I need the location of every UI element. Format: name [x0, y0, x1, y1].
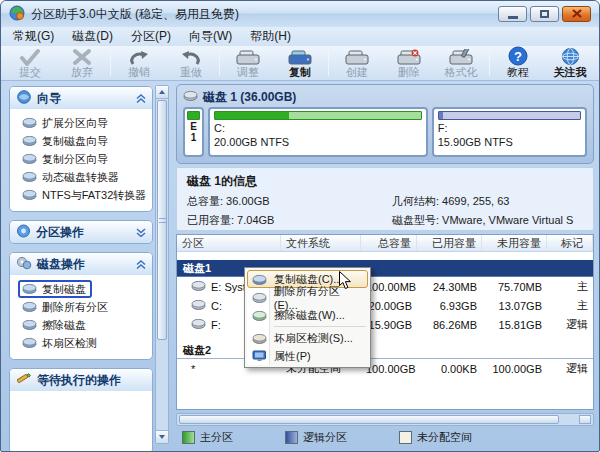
app-window: 分区助手3.0中文版 (稳定、易用且免费) 常规(G)磁盘(D)分区(P)向导(…: [0, 0, 600, 452]
panel-title: 磁盘操作: [37, 256, 85, 273]
panel-title: 等待执行的操作: [37, 372, 121, 389]
toolbar-button-label: 格式化: [445, 66, 478, 78]
minimize-button[interactable]: [498, 6, 527, 22]
menu-item-擦除磁盘(W)...[interactable]: 擦除磁盘(W)...: [247, 306, 368, 324]
menu-item-坏扇区检测(S)...[interactable]: 坏扇区检测(S)...: [247, 329, 368, 347]
sidebar-item-复制磁盘[interactable]: 复制磁盘: [18, 280, 92, 298]
menu-item-0[interactable]: 常规(G): [5, 27, 62, 47]
panel-title: 向导: [37, 90, 61, 107]
partition-letter: E: [187, 121, 200, 132]
sidebar-item-擦除磁盘[interactable]: 擦除磁盘: [18, 316, 92, 334]
partition-size: 15.90GB NTFS: [438, 135, 581, 149]
discard-x-icon: [72, 48, 92, 66]
column-header-文件系统[interactable]: 文件系统: [281, 235, 361, 251]
partition-table: 分区文件系统总容量已用容量未用容量标记 磁盘1E: System100.00MB…: [176, 234, 594, 410]
sidebar-item-扩展分区向导[interactable]: 扩展分区向导: [18, 114, 114, 132]
menu-item-3[interactable]: 向导(W): [181, 27, 240, 47]
menu-item-属性(P)[interactable]: 属性(P): [247, 347, 368, 365]
legend-label: 未分配空间: [417, 430, 472, 445]
partition-block-C:[interactable]: C:20.00GB NTFS: [208, 107, 428, 157]
disk-overview-title: 磁盘 1 (36.00GB): [203, 89, 296, 106]
disk-group-row[interactable]: 磁盘2: [177, 342, 593, 359]
sidebar-item-删除所有分区[interactable]: 删除所有分区: [18, 298, 114, 316]
sidebar-item-动态磁盘转换器[interactable]: 动态磁盘转换器: [18, 168, 125, 186]
column-header-分区[interactable]: 分区: [177, 235, 281, 251]
table-row[interactable]: E: System100.00MB24.30MB75.70MB主: [177, 277, 593, 296]
menu-item-2[interactable]: 分区(P): [123, 27, 179, 47]
scroll-up-button[interactable]: [156, 86, 168, 99]
toolbar-button-创建[interactable]: 创建: [331, 46, 383, 80]
field-value: 4699, 255, 63: [439, 195, 509, 207]
legend: 主分区逻辑分区未分配空间: [176, 429, 594, 446]
panel-header[interactable]: 分区操作: [10, 221, 152, 243]
legend-item-逻辑分区: 逻辑分区: [285, 430, 347, 445]
sidebar-scrollbar[interactable]: [155, 85, 169, 444]
column-header-已用容量[interactable]: 已用容量: [417, 235, 482, 251]
table-row[interactable]: F:15.90GB86.26MB15.81GB逻辑: [177, 315, 593, 334]
content-area: 向导扩展分区向导复制磁盘向导复制分区向导动态磁盘转换器NTFS与FAT32转换器…: [4, 81, 596, 448]
logical-swatch-icon: [285, 431, 298, 444]
maximize-icon: [540, 10, 549, 18]
toolbar-button-重做[interactable]: 重做: [165, 46, 217, 80]
sidebar: 向导扩展分区向导复制磁盘向导复制分区向导动态磁盘转换器NTFS与FAT32转换器…: [4, 81, 172, 448]
maximize-button[interactable]: [530, 6, 559, 22]
column-header-未用容量[interactable]: 未用容量: [482, 235, 547, 251]
toolbar-button-调整[interactable]: 调整: [222, 46, 274, 80]
toolbar-button-复制[interactable]: 复制: [274, 46, 326, 80]
toolbar-button-关注我[interactable]: 关注我: [544, 46, 596, 80]
column-header-标记[interactable]: 标记: [547, 235, 593, 251]
scrollbar-thumb[interactable]: [157, 100, 167, 340]
toolbar-button-格式化[interactable]: 格式化: [435, 46, 487, 80]
disk-info-field: 已用容量: 7.04GB: [187, 213, 392, 228]
toolbar-button-教程[interactable]: ?教程: [492, 46, 544, 80]
close-icon: [572, 7, 582, 21]
hdd-delete-icon: [397, 48, 421, 66]
chevron-down-icon[interactable]: [136, 228, 146, 237]
sidebar-item-label: 擦除磁盘: [42, 318, 86, 333]
toolbar-button-删除[interactable]: 删除: [383, 46, 435, 80]
menu-item-4[interactable]: 帮助(H): [242, 27, 299, 47]
disk-info-field: 磁盘型号: VMware, VMware Virtual S: [392, 213, 583, 228]
panel-header[interactable]: 等待执行的操作: [10, 369, 152, 391]
panel-header[interactable]: 向导: [10, 87, 152, 109]
toolbar-separator: [110, 50, 111, 76]
panel-header[interactable]: 磁盘操作: [10, 253, 152, 275]
mouse-cursor: [338, 270, 352, 293]
toolbar: 提交放弃撤销重做调整复制创建删除格式化?教程关注我: [1, 46, 599, 81]
chevron-up-icon[interactable]: [136, 94, 146, 103]
usage-bar: [187, 111, 200, 120]
partition-block-system[interactable]: E1: [183, 107, 204, 157]
copy-disk-icon: [251, 274, 268, 285]
toolbar-button-label: 关注我: [554, 66, 587, 78]
question-circle-icon: ?: [508, 48, 528, 66]
free-capacity-cell: 75.70MB: [482, 281, 547, 293]
sidebar-item-复制分区向导[interactable]: 复制分区向导: [18, 150, 114, 168]
table-row[interactable]: C:20.00GB6.93GB13.07GB主: [177, 296, 593, 315]
used-capacity-cell: 86.26MB: [417, 319, 482, 331]
chevron-up-icon[interactable]: [136, 260, 146, 269]
partition-block-F:[interactable]: F:15.90GB NTFS: [432, 107, 587, 157]
toolbar-button-放弃[interactable]: 放弃: [56, 46, 108, 80]
sidebar-item-NTFS与FAT32转换器[interactable]: NTFS与FAT32转换器: [18, 186, 152, 204]
scroll-down-button[interactable]: [156, 430, 168, 443]
menu-item-1[interactable]: 磁盘(D): [64, 27, 121, 47]
table-row[interactable]: *未分配空间100.00GB0.00KB100.00GB逻辑: [177, 359, 593, 378]
window-title: 分区助手3.0中文版 (稳定、易用且免费): [31, 6, 239, 23]
toolbar-button-提交[interactable]: 提交: [4, 46, 56, 80]
sidebar-item-复制磁盘向导[interactable]: 复制磁盘向导: [18, 132, 114, 150]
usage-bar: [438, 111, 581, 120]
toolbar-button-撤销[interactable]: 撤销: [113, 46, 165, 80]
titlebar[interactable]: 分区助手3.0中文版 (稳定、易用且免费): [1, 1, 599, 27]
column-header-总容量[interactable]: 总容量: [361, 235, 417, 251]
sidebar-item-坏扇区检测[interactable]: 坏扇区检测: [18, 334, 103, 352]
disk-info-field: 总容量: 36.00GB: [187, 194, 392, 209]
field-label: 总容量:: [187, 195, 223, 207]
window-controls: [498, 6, 591, 22]
mini-disk-icon: [22, 301, 37, 314]
disk-group-row[interactable]: 磁盘1: [177, 260, 593, 277]
mark-cell: 主: [547, 298, 593, 313]
field-label: 磁盘型号:: [392, 214, 439, 226]
hscroll-thumb[interactable]: [179, 415, 559, 424]
close-button[interactable]: [562, 6, 591, 22]
horizontal-scrollbar[interactable]: [176, 413, 594, 426]
